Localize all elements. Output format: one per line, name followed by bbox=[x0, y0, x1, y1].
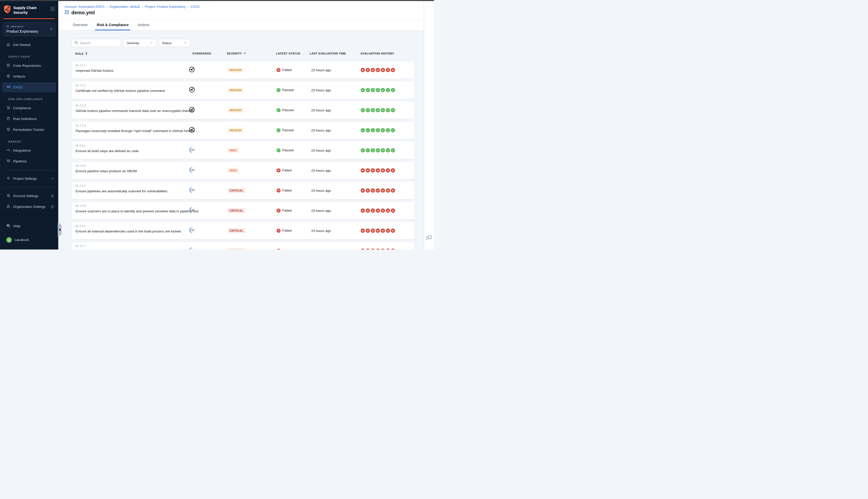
sidebar-item-project-settings[interactable]: Project Settings bbox=[2, 174, 56, 184]
history-fail-icon[interactable]: ✕ bbox=[391, 168, 395, 172]
history-fail-icon[interactable]: ✕ bbox=[381, 248, 385, 250]
module-grid-icon[interactable] bbox=[50, 7, 55, 12]
history-pass-icon[interactable]: ✓ bbox=[376, 148, 380, 153]
table-row[interactable]: Id: 2.1.4 Packages insecurely installed … bbox=[72, 121, 415, 139]
info-icon[interactable] bbox=[50, 205, 54, 209]
history-fail-icon[interactable]: ✕ bbox=[381, 208, 385, 212]
history-pass-icon[interactable]: ✓ bbox=[361, 128, 365, 132]
sidebar-item-rule-definitions[interactable]: Rule Definitions bbox=[2, 114, 56, 124]
table-row[interactable]: Id: 2.3.8 Ensure scanners are in place t… bbox=[72, 202, 415, 219]
history-fail-icon[interactable]: ✕ bbox=[361, 208, 365, 212]
history-pass-icon[interactable]: ✓ bbox=[371, 88, 375, 92]
history-fail-icon[interactable]: ✕ bbox=[391, 188, 395, 193]
search-input[interactable] bbox=[80, 41, 118, 45]
breadcrumb-account[interactable]: Account: Automation-SSCA bbox=[64, 5, 105, 9]
history-fail-icon[interactable]: ✕ bbox=[361, 188, 365, 193]
severity-filter-dropdown[interactable]: Severity bbox=[123, 39, 156, 47]
table-row[interactable]: Id: 2.1.3 GitHub Actions pipeline comman… bbox=[72, 101, 415, 119]
history-fail-icon[interactable]: ✕ bbox=[366, 188, 370, 193]
history-pass-icon[interactable]: ✓ bbox=[376, 108, 380, 112]
history-pass-icon[interactable]: ✓ bbox=[376, 88, 380, 92]
project-selector[interactable]: PROJECT Product Exploratory bbox=[3, 22, 55, 36]
history-fail-icon[interactable]: ✕ bbox=[391, 248, 395, 250]
user-menu[interactable]: L Lavakush bbox=[2, 235, 56, 245]
history-fail-icon[interactable]: ✕ bbox=[366, 68, 370, 72]
history-fail-icon[interactable]: ✕ bbox=[391, 208, 395, 212]
history-pass-icon[interactable]: ✓ bbox=[386, 88, 390, 92]
breadcrumb-project[interactable]: Project: Product Exploratory bbox=[145, 5, 185, 9]
sidebar-item-cicd[interactable]: CI/CD bbox=[2, 82, 56, 93]
column-severity[interactable]: SEVERITY bbox=[227, 52, 246, 55]
history-fail-icon[interactable]: ✕ bbox=[381, 188, 385, 193]
history-fail-icon[interactable]: ✕ bbox=[386, 188, 390, 193]
history-fail-icon[interactable]: ✕ bbox=[361, 248, 365, 250]
table-row[interactable]: Id: 2.3.7 Ensure pipelines are automatic… bbox=[72, 182, 415, 199]
history-fail-icon[interactable]: ✕ bbox=[371, 228, 375, 233]
history-fail-icon[interactable]: ✕ bbox=[376, 188, 380, 193]
history-fail-icon[interactable]: ✕ bbox=[371, 68, 375, 72]
history-pass-icon[interactable]: ✓ bbox=[376, 128, 380, 132]
history-fail-icon[interactable]: ✕ bbox=[371, 208, 375, 212]
history-pass-icon[interactable]: ✓ bbox=[366, 148, 370, 153]
history-fail-icon[interactable]: ✕ bbox=[371, 248, 375, 250]
history-fail-icon[interactable]: ✕ bbox=[366, 248, 370, 250]
table-row[interactable]: Id: 2.4.6 Ensure pipeline steps produce … bbox=[72, 161, 415, 179]
table-row[interactable]: Id: 2.1.1 Unpinned GitHub Actions MEDIUM… bbox=[72, 61, 415, 79]
sidebar-item-artifacts[interactable]: Artifacts bbox=[2, 72, 56, 82]
table-row[interactable]: Id: 2.1.2 Certificate not verified by Gi… bbox=[72, 81, 415, 99]
history-pass-icon[interactable]: ✓ bbox=[391, 128, 395, 132]
sidebar-item-help[interactable]: ? Help bbox=[2, 221, 56, 231]
history-fail-icon[interactable]: ✕ bbox=[366, 208, 370, 212]
table-row[interactable]: Id: 3.1.7 CIS CRITICAL ✕ Failed 23 hours… bbox=[72, 242, 415, 250]
history-pass-icon[interactable]: ✓ bbox=[391, 108, 395, 112]
history-pass-icon[interactable]: ✓ bbox=[386, 148, 390, 153]
history-pass-icon[interactable]: ✓ bbox=[371, 148, 375, 153]
history-fail-icon[interactable]: ✕ bbox=[371, 188, 375, 193]
sidebar-item-pipelines[interactable]: Pipelines bbox=[2, 156, 56, 167]
history-pass-icon[interactable]: ✓ bbox=[391, 148, 395, 153]
sidebar-item-compliance[interactable]: Compliance bbox=[2, 103, 56, 113]
breadcrumb-cicd[interactable]: CI/CD bbox=[191, 5, 200, 9]
history-fail-icon[interactable]: ✕ bbox=[361, 168, 365, 172]
history-fail-icon[interactable]: ✕ bbox=[361, 228, 365, 233]
history-fail-icon[interactable]: ✕ bbox=[376, 208, 380, 212]
chat-support-icon[interactable] bbox=[425, 234, 432, 242]
history-fail-icon[interactable]: ✕ bbox=[381, 68, 385, 72]
history-pass-icon[interactable]: ✓ bbox=[366, 108, 370, 112]
history-fail-icon[interactable]: ✕ bbox=[386, 208, 390, 212]
history-fail-icon[interactable]: ✕ bbox=[376, 68, 380, 72]
sidebar-item-account-settings[interactable]: Account Settings bbox=[2, 191, 56, 201]
history-fail-icon[interactable]: ✕ bbox=[381, 168, 385, 172]
history-pass-icon[interactable]: ✓ bbox=[366, 88, 370, 92]
history-pass-icon[interactable]: ✓ bbox=[361, 88, 365, 92]
history-fail-icon[interactable]: ✕ bbox=[391, 228, 395, 233]
history-fail-icon[interactable]: ✕ bbox=[391, 68, 395, 72]
column-rule[interactable]: RULE bbox=[75, 52, 87, 55]
table-row[interactable]: Id: 2.3.1 Ensure all build steps are def… bbox=[72, 141, 415, 159]
history-fail-icon[interactable]: ✕ bbox=[376, 168, 380, 172]
history-fail-icon[interactable]: ✕ bbox=[386, 228, 390, 233]
history-pass-icon[interactable]: ✓ bbox=[381, 108, 385, 112]
history-fail-icon[interactable]: ✕ bbox=[371, 168, 375, 172]
history-fail-icon[interactable]: ✕ bbox=[386, 248, 390, 250]
history-pass-icon[interactable]: ✓ bbox=[361, 148, 365, 153]
history-pass-icon[interactable]: ✓ bbox=[371, 108, 375, 112]
history-fail-icon[interactable]: ✕ bbox=[381, 228, 385, 233]
history-pass-icon[interactable]: ✓ bbox=[371, 128, 375, 132]
history-fail-icon[interactable]: ✕ bbox=[386, 168, 390, 172]
table-row[interactable]: Id: 2.4.2 Ensure all external dependenci… bbox=[72, 222, 415, 240]
history-pass-icon[interactable]: ✓ bbox=[366, 128, 370, 132]
history-fail-icon[interactable]: ✕ bbox=[386, 68, 390, 72]
sidebar-item-organization-settings[interactable]: Organization Settings bbox=[2, 202, 56, 212]
history-pass-icon[interactable]: ✓ bbox=[386, 128, 390, 132]
history-fail-icon[interactable]: ✕ bbox=[366, 168, 370, 172]
history-fail-icon[interactable]: ✕ bbox=[376, 228, 380, 233]
history-pass-icon[interactable]: ✓ bbox=[381, 88, 385, 92]
history-fail-icon[interactable]: ✕ bbox=[376, 248, 380, 250]
tab-actions[interactable]: Actions bbox=[138, 20, 149, 30]
info-icon[interactable] bbox=[50, 194, 54, 198]
sidebar-collapse-handle[interactable] bbox=[58, 223, 61, 236]
history-fail-icon[interactable]: ✕ bbox=[366, 228, 370, 233]
sidebar-item-code-repositories[interactable]: Code Repositories bbox=[2, 61, 56, 71]
history-pass-icon[interactable]: ✓ bbox=[391, 88, 395, 92]
